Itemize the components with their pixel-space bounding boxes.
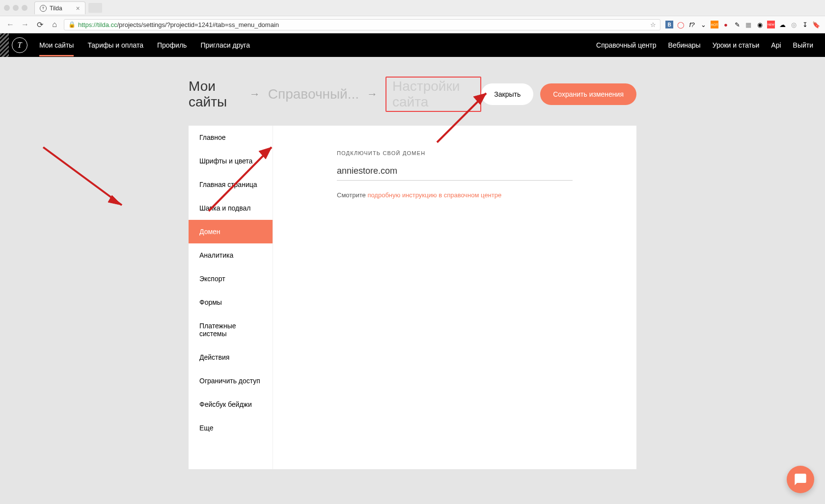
minimize-window-button[interactable] (13, 5, 19, 11)
nav-my-sites[interactable]: Мои сайты (39, 34, 74, 56)
sidebar-item-access[interactable]: Ограничить доступ (189, 369, 273, 393)
ext-arrow-icon[interactable]: ↧ (801, 21, 809, 28)
chevron-right-icon: → (249, 88, 260, 101)
back-button[interactable]: ← (5, 19, 16, 30)
new-tab-button[interactable] (88, 3, 102, 13)
close-button[interactable]: Закрыть (481, 83, 533, 105)
ext-pocket-icon[interactable]: ⌄ (699, 21, 707, 28)
action-buttons: Закрыть Сохранить изменения (481, 83, 636, 105)
nav-tutorials[interactable]: Уроки и статьи (713, 34, 760, 56)
settings-card: Главное Шрифты и цвета Главная страница … (189, 126, 636, 469)
nav-left: Мои сайты Тарифы и оплата Профиль Пригла… (39, 34, 250, 56)
url-field[interactable]: 🔒 https://tilda.cc/projects/settings/?pr… (64, 19, 660, 30)
maximize-window-button[interactable] (22, 5, 28, 11)
ext-dropper-icon[interactable]: ✎ (733, 21, 741, 28)
nav-help[interactable]: Справочный центр (596, 34, 656, 56)
browser-tab[interactable]: T Tilda × (34, 1, 85, 14)
help-prefix: Смотрите (337, 191, 367, 199)
domain-input[interactable] (337, 164, 573, 181)
ext-globe-icon[interactable]: ◉ (756, 21, 764, 28)
tilda-logo[interactable]: T (12, 37, 28, 53)
save-button[interactable]: Сохранить изменения (540, 83, 636, 105)
forward-button[interactable]: → (20, 19, 30, 30)
reload-button[interactable]: ⟳ (34, 19, 45, 30)
breadcrumb: Мои сайты → Справочный... → Настройки са… (189, 77, 481, 112)
star-icon[interactable]: ☆ (650, 21, 656, 28)
ext-camera-icon[interactable]: ◎ (790, 21, 798, 28)
crumb-my-sites[interactable]: Мои сайты (189, 79, 242, 110)
window-controls (4, 5, 28, 11)
tab-favicon-icon: T (40, 5, 47, 12)
help-link[interactable]: подробную инструкцию в справочном центре (367, 191, 501, 199)
sidebar-item-analytics[interactable]: Аналитика (189, 243, 273, 267)
ext-f-icon[interactable]: f? (688, 21, 696, 28)
ext-pinterest-icon[interactable]: ● (722, 21, 730, 28)
tab-bar: T Tilda × (0, 0, 825, 16)
crumb-project[interactable]: Справочный... (268, 86, 359, 102)
nav-invite[interactable]: Пригласи друга (200, 34, 250, 56)
ext-hot-icon[interactable]: HOT (711, 21, 718, 28)
nav-pricing[interactable]: Тарифы и оплата (87, 34, 143, 56)
chat-widget[interactable] (787, 466, 814, 493)
address-bar: ← → ⟳ ⌂ 🔒 https://tilda.cc/projects/sett… (0, 16, 825, 33)
sidebar-item-headerfooter[interactable]: Шапка и подвал (189, 196, 273, 220)
tab-title: Tilda (50, 5, 62, 12)
nav-right: Справочный центр Вебинары Уроки и статьи… (596, 34, 813, 56)
ext-new-icon[interactable]: NEW (767, 21, 775, 28)
ext-opera-icon[interactable]: ◯ (677, 21, 685, 28)
chat-icon (794, 473, 807, 486)
tab-close-icon[interactable]: × (76, 4, 80, 12)
nav-api[interactable]: Api (771, 34, 781, 56)
sidebar-item-fonts[interactable]: Шрифты и цвета (189, 149, 273, 173)
app-header: T Мои сайты Тарифы и оплата Профиль Приг… (0, 33, 825, 57)
home-button[interactable]: ⌂ (49, 19, 60, 30)
domain-label: ПОДКЛЮЧИТЬ СВОЙ ДОМЕН (337, 150, 573, 156)
extension-icons: B ◯ f? ⌄ HOT ● ✎ ▦ ◉ NEW ☁ ◎ ↧ 🔖 (665, 21, 820, 28)
sidebar-item-more[interactable]: Еще (189, 416, 273, 440)
help-text: Смотрите подробную инструкцию в справочн… (337, 191, 573, 199)
sidebar-item-actions[interactable]: Действия (189, 345, 273, 369)
ext-vk-icon[interactable]: B (665, 21, 673, 28)
sidebar-item-export[interactable]: Экспорт (189, 267, 273, 291)
sidebar-item-general[interactable]: Главное (189, 126, 273, 149)
ext-bookmark-icon[interactable]: 🔖 (812, 21, 820, 28)
lock-icon: 🔒 (68, 21, 76, 28)
sidebar-item-facebook[interactable]: Фейсбук бейджи (189, 393, 273, 416)
nav-webinars[interactable]: Вебинары (668, 34, 700, 56)
sidebar-item-domain[interactable]: Домен (189, 220, 273, 243)
url-host: https://tilda.cc (78, 21, 117, 28)
chevron-right-icon: → (367, 88, 378, 101)
page-wrap: Мои сайты → Справочный... → Настройки са… (0, 57, 825, 469)
sidebar-item-forms[interactable]: Формы (189, 291, 273, 314)
ext-cloud-icon[interactable]: ☁ (778, 21, 786, 28)
breadcrumb-row: Мои сайты → Справочный... → Настройки са… (189, 77, 636, 112)
crumb-settings: Настройки сайта (385, 77, 481, 112)
close-window-button[interactable] (4, 5, 10, 11)
settings-sidebar: Главное Шрифты и цвета Главная страница … (189, 126, 273, 469)
sidebar-item-payments[interactable]: Платежные системы (189, 314, 273, 345)
browser-chrome: T Tilda × ← → ⟳ ⌂ 🔒 https://tilda.cc/pro… (0, 0, 825, 33)
url-path: /projects/settings/?projectid=1241#tab=s… (117, 21, 279, 28)
nav-logout[interactable]: Выйти (793, 34, 813, 56)
ext-grid-icon[interactable]: ▦ (744, 21, 752, 28)
main-content: ПОДКЛЮЧИТЬ СВОЙ ДОМЕН Смотрите подробную… (273, 126, 636, 469)
sidebar-item-homepage[interactable]: Главная страница (189, 173, 273, 196)
nav-profile[interactable]: Профиль (157, 34, 187, 56)
